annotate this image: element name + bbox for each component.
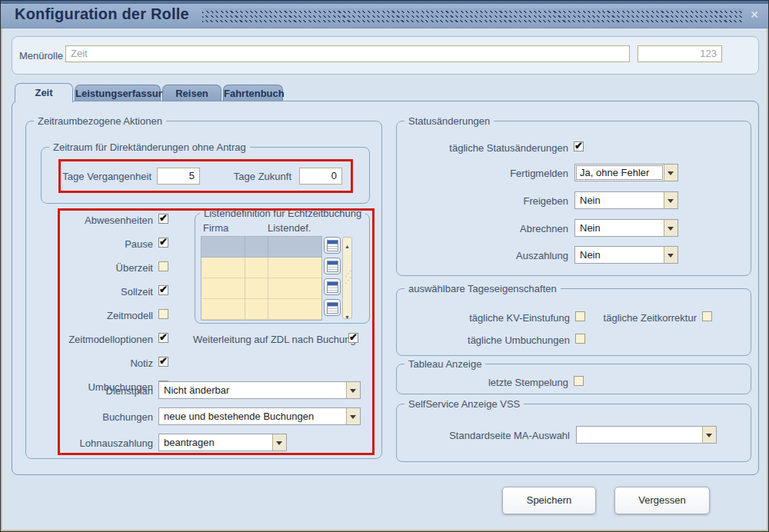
tab-leistungserfassung[interactable]: Leistungserfassung (75, 85, 161, 101)
table-row[interactable] (201, 258, 321, 278)
taegliche-umbuchungen-checkbox[interactable] (575, 334, 585, 344)
chevron-down-icon[interactable] (272, 434, 286, 451)
scrollbar-grip[interactable] (345, 270, 352, 284)
zeitmodelloptionen-label: Zeitmodelloptionen (32, 334, 153, 345)
chevron-down-icon[interactable] (664, 165, 677, 181)
table-cell (201, 258, 245, 278)
chevron-down-icon[interactable] (346, 382, 360, 398)
letzte-stempelung-checkbox[interactable] (574, 376, 584, 386)
zeitmodelloptionen-checkbox[interactable] (158, 333, 168, 343)
column-header-firma: Firma (203, 222, 228, 234)
kv-einstufung-label: tägliche KV-Einstufung (428, 312, 570, 324)
window-title: Konfiguration der Rolle (15, 5, 189, 23)
abwesenheiten-label: Abwesenheiten (32, 214, 153, 226)
freigeben-select[interactable]: Nein (574, 191, 678, 209)
vergessen-button[interactable]: Vergessen (614, 487, 710, 514)
taegliche-umbuchungen-label: tägliche Umbuchungen (428, 334, 570, 346)
ueberzeit-label: Überzeit (32, 262, 153, 274)
tage-vergangenheit-input[interactable]: 5 (157, 168, 200, 185)
abrechnen-label: Abrechnen (424, 223, 568, 234)
group-zeitraumbezogene-aktionen-title: Zeitraumbezogene Aktionen (34, 115, 166, 127)
table-row[interactable] (201, 299, 321, 320)
listendef-picker-button[interactable] (324, 278, 341, 295)
taegliche-statusaenderungen-checkbox[interactable] (574, 141, 584, 151)
listendef-picker-button[interactable] (324, 258, 341, 274)
letzte-stempelung-label: letzte Stempelung (424, 377, 568, 388)
standardseite-ma-auswahl-select[interactable] (576, 426, 717, 444)
tage-vergangenheit-label: Tage Vergangenheit (45, 171, 151, 182)
chevron-down-icon[interactable] (702, 427, 716, 443)
titlebar-hatch-pattern (202, 8, 744, 22)
lohnauszahlung-select[interactable]: beantragen (158, 434, 287, 451)
auszahlung-select[interactable]: Nein (574, 246, 678, 264)
chevron-down-icon[interactable] (664, 192, 677, 208)
auszahlung-label: Auszahlung (424, 250, 568, 261)
table-cell (201, 299, 245, 320)
menurolle-input[interactable]: Zeit (65, 45, 630, 62)
table-cell (245, 237, 268, 258)
speichern-button[interactable]: Speichern (502, 487, 596, 514)
taegliche-statusaenderungen-label: tägliche Statusänderungen (424, 142, 568, 154)
zdl-weiterleitung-checkbox[interactable] (348, 333, 358, 343)
auszahlung-value: Nein (580, 249, 601, 261)
chevron-down-icon[interactable] (346, 408, 360, 424)
standardseite-ma-auswahl-label: Standardseite MA-Auswahl (401, 430, 570, 441)
lohnauszahlung-value: beantragen (164, 437, 215, 448)
group-selfservice-anzeige-title: SelfService Anzeige VSS (404, 398, 524, 410)
lohnauszahlung-label: Lohnauszahlung (32, 437, 153, 449)
listendef-scrollbar[interactable] (342, 237, 352, 319)
ueberzeit-checkbox[interactable] (158, 261, 168, 271)
group-tableau-anzeige-title: Tableau Anzeige (404, 358, 485, 370)
buchungen-select[interactable]: neue und bestehende Buchungen (158, 407, 361, 425)
buchungen-value: neue und bestehende Buchungen (164, 411, 314, 422)
konfiguration-der-rolle-window: Konfiguration der Rolle Menürolle Zeit 1… (0, 0, 769, 532)
notiz-label: Notiz (32, 357, 153, 369)
chevron-down-icon[interactable] (664, 247, 677, 263)
abwesenheiten-checkbox[interactable] (158, 214, 168, 224)
scroll-down-icon[interactable] (343, 308, 351, 318)
listendef-picker-button[interactable] (324, 237, 341, 254)
group-listendefinition-title: Listendefinition für Echtzeitbuchung (200, 208, 365, 219)
sollzeit-label: Sollzeit (32, 286, 153, 298)
zeitmodell-label: Zeitmodell (32, 310, 153, 321)
table-cell (201, 278, 245, 299)
abrechnen-select[interactable]: Nein (574, 219, 678, 237)
fertigmelden-select[interactable]: Ja, ohne Fehler (574, 164, 678, 181)
close-icon[interactable] (747, 8, 761, 22)
tab-reisen[interactable]: Reisen (162, 85, 221, 101)
tab-zeit[interactable]: Zeit (15, 83, 73, 102)
tage-zukunft-label: Tage Zukunft (216, 171, 291, 182)
menurolle-label: Menürolle (19, 50, 63, 62)
freigeben-label: Freigeben (424, 195, 568, 207)
abrechnen-value: Nein (580, 222, 601, 234)
chevron-down-icon[interactable] (664, 220, 677, 236)
zeitkorrektur-checkbox[interactable] (702, 311, 712, 321)
listendef-picker-button[interactable] (324, 299, 341, 316)
table-cell (268, 299, 321, 320)
table-cell (268, 237, 321, 258)
dienstplan-label: Dienstplan (32, 385, 153, 397)
zeitkorrektur-label: tägliche Zeitkorrektur (593, 312, 697, 324)
pause-label: Pause (32, 238, 153, 250)
group-zeitraum-title: Zeitraum für Direktänderungen ohne Antra… (49, 141, 250, 153)
scroll-up-icon[interactable] (343, 238, 351, 248)
role-number-input[interactable]: 123 (638, 45, 722, 62)
notiz-checkbox[interactable] (158, 357, 168, 367)
dienstplan-select[interactable]: Nicht änderbar (158, 381, 361, 399)
listendef-table[interactable] (201, 236, 322, 321)
fertigmelden-value: Ja, ohne Fehler (580, 167, 649, 178)
table-cell (245, 278, 268, 299)
table-cell (245, 258, 268, 278)
sollzeit-checkbox[interactable] (158, 285, 168, 295)
pause-checkbox[interactable] (158, 238, 168, 248)
zeitmodell-checkbox[interactable] (158, 309, 168, 319)
table-cell (201, 237, 245, 258)
table-cell (245, 299, 268, 320)
tage-zukunft-input[interactable]: 0 (299, 168, 342, 185)
column-header-listendef: Listendef. (268, 222, 311, 234)
kv-einstufung-checkbox[interactable] (575, 311, 585, 321)
table-cell (268, 278, 321, 299)
table-row[interactable] (201, 278, 321, 299)
tab-fahrtenbuch[interactable]: Fahrtenbuch (223, 85, 283, 101)
table-row[interactable] (201, 237, 321, 258)
